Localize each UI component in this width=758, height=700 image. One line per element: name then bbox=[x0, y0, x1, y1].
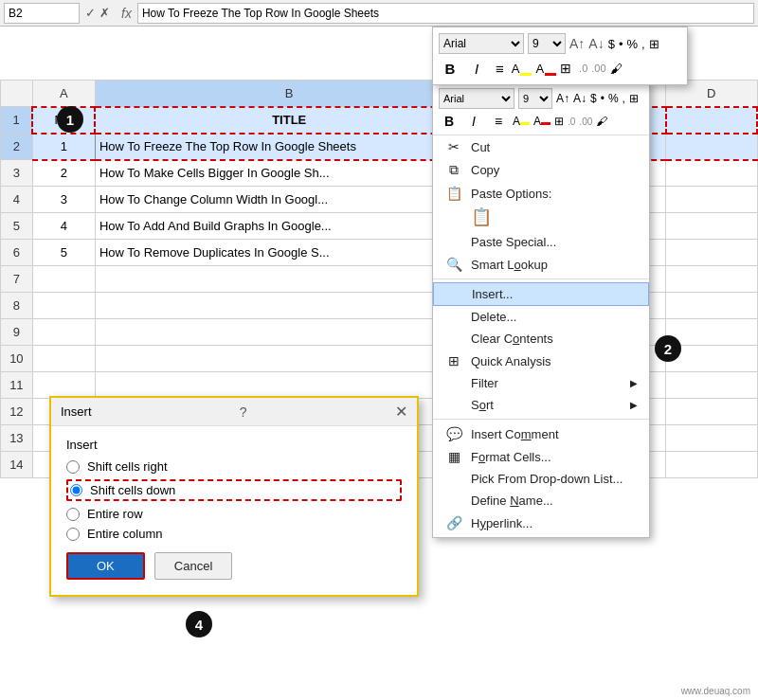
ctx-italic-btn[interactable]: I bbox=[463, 112, 484, 131]
dialog-body: Insert Shift cells right Shift cells dow… bbox=[51, 426, 417, 595]
ctx-paint-icon: 🖌 bbox=[596, 115, 607, 128]
ctx-hyperlink[interactable]: 🔗 Hyperlink... bbox=[433, 512, 649, 534]
mini-toolbar: Arial 9 A↑ A↓ $ • % , ⊞ B I ≡ A A ⊞ .0 bbox=[432, 27, 688, 85]
ctx-insert[interactable]: Insert... bbox=[433, 282, 649, 306]
cancel-button[interactable]: Cancel bbox=[154, 552, 232, 580]
ctx-separator-1 bbox=[433, 278, 649, 279]
font-size-select[interactable]: 9 bbox=[528, 33, 566, 54]
ctx-paste-special[interactable]: Paste Special... bbox=[433, 231, 649, 253]
ctx-dollar-icon: $ bbox=[590, 92, 597, 105]
cell-d3[interactable] bbox=[666, 160, 757, 187]
radio-shift-down-input[interactable] bbox=[70, 484, 82, 496]
cancel-icon: ✗ bbox=[99, 6, 110, 20]
paste-clipboard-icon[interactable]: 📋 bbox=[471, 207, 492, 226]
ctx-format-cells[interactable]: ▦ Format Cells... bbox=[433, 445, 649, 468]
cell-d1[interactable] bbox=[666, 107, 757, 134]
bullet-icon: • bbox=[619, 37, 623, 51]
insert-dialog: Insert ? ✕ Insert Shift cells right Shif… bbox=[49, 396, 419, 597]
cell-a4[interactable]: 3 bbox=[32, 187, 95, 213]
row-header-3: 3 bbox=[1, 160, 33, 187]
ctx-copy[interactable]: ⧉ Copy bbox=[433, 158, 649, 182]
formula-input[interactable]: How To Freeze The Top Row In Google Shee… bbox=[137, 3, 754, 24]
radio-shift-right-input[interactable] bbox=[66, 460, 80, 474]
ctx-filter[interactable]: Filter bbox=[433, 372, 649, 394]
ctx-borders-icon: ⊞ bbox=[554, 115, 564, 128]
dialog-close-button[interactable]: ✕ bbox=[395, 403, 407, 421]
formula-bar: B2 ✓ ✗ fx How To Freeze The Top Row In G… bbox=[0, 0, 758, 27]
radio-shift-right-label: Shift cells right bbox=[87, 459, 168, 474]
badge-4: 4 bbox=[186, 611, 212, 637]
ctx-quick-analysis[interactable]: ⊞ Quick Analysis bbox=[433, 350, 649, 372]
row-header-12: 12 bbox=[1, 399, 33, 425]
bold-button[interactable]: B bbox=[439, 58, 461, 79]
cell-d2[interactable] bbox=[666, 134, 757, 160]
cell-b2[interactable]: How To Freeze The Top Row In Google Shee… bbox=[95, 134, 482, 160]
cell-d5[interactable] bbox=[666, 213, 757, 240]
col-header-b[interactable]: B bbox=[95, 81, 482, 107]
checkmark-icon: ✓ bbox=[85, 6, 96, 20]
ctx-table-icon: ⊞ bbox=[629, 92, 639, 105]
ctx-highlight-icon: A bbox=[513, 115, 530, 128]
align-button[interactable]: ≡ bbox=[492, 58, 508, 79]
ctx-insert-comment[interactable]: 💬 Insert Comment bbox=[433, 422, 649, 445]
paint-icon: 🖌 bbox=[610, 62, 623, 76]
cell-b3[interactable]: How To Make Cells Bigger In Google Sh... bbox=[95, 160, 482, 187]
row-header-11: 11 bbox=[1, 372, 33, 399]
radio-entire-row-input[interactable] bbox=[66, 508, 80, 521]
row-header-14: 14 bbox=[1, 452, 33, 478]
dollar-icon: $ bbox=[608, 37, 615, 51]
col-header-a[interactable]: A bbox=[32, 81, 95, 107]
radio-entire-col-input[interactable] bbox=[66, 528, 80, 541]
mini-toolbar-row2: B I ≡ A A ⊞ .0 .00 🖌 bbox=[439, 56, 681, 81]
radio-shift-right[interactable]: Shift cells right bbox=[66, 459, 402, 474]
radio-shift-down-box: Shift cells down bbox=[66, 479, 402, 501]
ctx-bold-btn[interactable]: B bbox=[439, 112, 460, 131]
font-shrink-icon: A↓ bbox=[588, 36, 604, 51]
ctx-pick-dropdown[interactable]: Pick From Drop-down List... bbox=[433, 468, 649, 490]
ctx-sort[interactable]: Sort bbox=[433, 394, 649, 416]
ctx-cut[interactable]: ✂ Cut bbox=[433, 135, 649, 158]
cell-d4[interactable] bbox=[666, 187, 757, 213]
ctx-smart-lookup[interactable]: 🔍 Smart Lookup bbox=[433, 253, 649, 276]
cell-a6[interactable]: 5 bbox=[32, 240, 95, 266]
ctx-clear-contents[interactable]: Clear Contents bbox=[433, 328, 649, 350]
radio-entire-col[interactable]: Entire column bbox=[66, 527, 402, 541]
font-select[interactable]: Arial bbox=[439, 33, 524, 54]
cell-d6[interactable] bbox=[666, 240, 757, 266]
radio-entire-row-label: Entire row bbox=[87, 507, 143, 521]
cell-a3[interactable]: 2 bbox=[32, 160, 95, 187]
ctx-font-select[interactable]: Arial bbox=[439, 88, 514, 109]
context-menu: Arial 9 A↑ A↓ $ • % , ⊞ B I ≡ A A ⊞ . bbox=[432, 81, 650, 538]
copy-icon: ⧉ bbox=[444, 162, 463, 178]
percent-icon: % bbox=[626, 37, 638, 51]
table-icon: ⊞ bbox=[649, 37, 659, 51]
ctx-grow-icon: A↑ bbox=[556, 92, 569, 105]
paste-options-icon: 📋 bbox=[444, 186, 463, 201]
row-header-13: 13 bbox=[1, 425, 33, 452]
font-color-icon: A bbox=[535, 62, 556, 76]
cell-a2[interactable]: 1 bbox=[32, 134, 95, 160]
cell-ref-box[interactable]: B2 bbox=[4, 3, 80, 24]
smart-lookup-icon: 🔍 bbox=[444, 257, 463, 272]
cell-b1[interactable]: TITLE bbox=[95, 107, 482, 134]
cell-b5[interactable]: How To Add And Build Graphs In Google... bbox=[95, 213, 482, 240]
row-header-6: 6 bbox=[1, 240, 33, 266]
quick-analysis-icon: ⊞ bbox=[444, 353, 463, 368]
cell-b4[interactable]: How To Change Column Width In Googl... bbox=[95, 187, 482, 213]
cell-a5[interactable]: 4 bbox=[32, 213, 95, 240]
ctx-size-select[interactable]: 9 bbox=[518, 88, 552, 109]
row-header-10: 10 bbox=[1, 346, 33, 372]
radio-entire-row[interactable]: Entire row bbox=[66, 507, 402, 521]
comment-icon: 💬 bbox=[444, 426, 463, 441]
row-header-8: 8 bbox=[1, 293, 33, 319]
row-header-1: 1 bbox=[1, 107, 33, 134]
ctx-align-btn[interactable]: ≡ bbox=[488, 112, 509, 131]
dialog-titlebar: Insert ? ✕ bbox=[51, 398, 417, 426]
ok-button[interactable]: OK bbox=[66, 552, 145, 580]
ctx-delete[interactable]: Delete... bbox=[433, 306, 649, 328]
italic-button[interactable]: I bbox=[465, 58, 488, 79]
dialog-question: ? bbox=[240, 404, 247, 420]
ctx-define-name[interactable]: Define Name... bbox=[433, 490, 649, 512]
ctx-paste-options[interactable]: 📋 Paste Options: bbox=[433, 182, 649, 205]
cell-b6[interactable]: How To Remove Duplicates In Google S... bbox=[95, 240, 482, 266]
